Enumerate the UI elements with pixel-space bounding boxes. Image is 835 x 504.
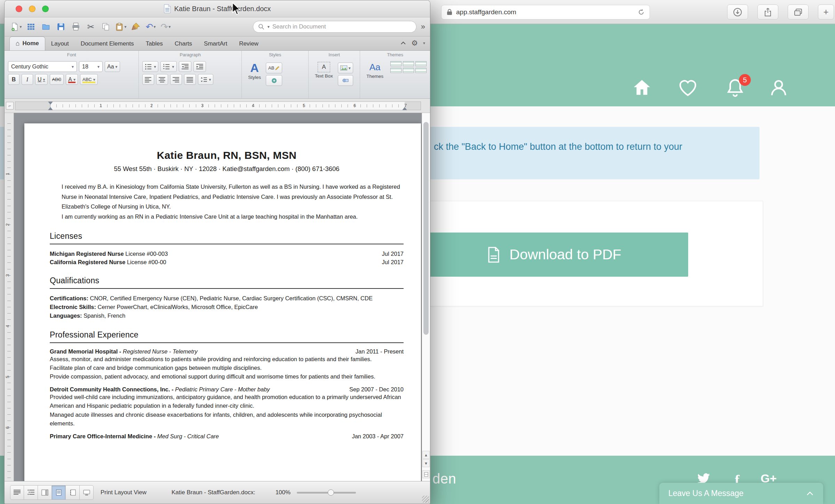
- share-button[interactable]: [757, 5, 778, 19]
- tab-layout[interactable]: Layout: [45, 38, 75, 50]
- font-name-combobox[interactable]: Century Gothic ▾: [8, 61, 77, 72]
- scrollbar-thumb[interactable]: [423, 122, 429, 335]
- theme-thumbnail[interactable]: [403, 61, 414, 66]
- tab-smartart[interactable]: SmartArt: [198, 38, 233, 50]
- zoom-value[interactable]: 100%: [276, 489, 291, 496]
- document-page[interactable]: Katie Braun, RN, BSN, MSN 55 West 55th ·…: [24, 123, 421, 481]
- themes-button-label: Themes: [366, 74, 383, 79]
- text-box-button[interactable]: A Text Box: [312, 61, 336, 79]
- new-tab-button[interactable]: +: [818, 5, 834, 19]
- format-painter-icon[interactable]: [129, 19, 142, 34]
- save-button[interactable]: [54, 19, 67, 34]
- notebook-layout-view-button[interactable]: [66, 485, 80, 500]
- caret-icon: ▾: [154, 64, 156, 69]
- numbered-list-button[interactable]: ▾: [160, 61, 176, 72]
- insert-shape-button[interactable]: [338, 75, 353, 86]
- theme-thumbnail[interactable]: [390, 68, 401, 73]
- search-input[interactable]: [272, 23, 411, 30]
- tab-stop-selector[interactable]: ⌐: [6, 102, 14, 109]
- themes-gallery[interactable]: [390, 61, 427, 73]
- vertical-scrollbar[interactable]: ▲ ▼: [422, 113, 430, 481]
- gear-icon[interactable]: ⚙: [411, 39, 418, 47]
- align-center-button[interactable]: [156, 74, 168, 85]
- redo-button[interactable]: ↷ ▾: [159, 19, 172, 34]
- scroll-up-button[interactable]: ▲: [422, 451, 430, 459]
- themes-button[interactable]: Aa Themes: [364, 61, 386, 80]
- scroll-down-button[interactable]: ▼: [422, 459, 430, 467]
- font-color-button[interactable]: A ▾: [66, 74, 78, 85]
- ruler-number: 3: [5, 274, 10, 277]
- focus-view-button[interactable]: [80, 485, 94, 500]
- new-document-button[interactable]: ▾: [9, 19, 23, 34]
- line-spacing-button[interactable]: ▾: [198, 74, 213, 85]
- profile-person-icon[interactable]: [768, 77, 789, 98]
- highlight-button[interactable]: ABC ▾: [80, 74, 98, 85]
- tab-tables[interactable]: Tables: [140, 38, 169, 50]
- print-layout-view-button[interactable]: [52, 485, 66, 500]
- styles-button-label: Styles: [248, 75, 261, 80]
- close-window-button[interactable]: [16, 6, 22, 12]
- downloads-button[interactable]: [727, 5, 748, 19]
- download-pdf-button[interactable]: Download to PDF: [420, 233, 688, 277]
- print-button[interactable]: [69, 19, 82, 34]
- change-case-button[interactable]: Aa ▾: [105, 61, 120, 72]
- favorites-heart-icon[interactable]: [677, 77, 699, 98]
- toolbar-overflow-icon[interactable]: »: [421, 22, 425, 31]
- align-right-button[interactable]: [170, 74, 182, 85]
- left-indent-marker[interactable]: [48, 107, 53, 110]
- window-resize-grip[interactable]: [422, 496, 429, 503]
- tab-home[interactable]: ⌂ Home: [9, 36, 45, 50]
- zoom-slider[interactable]: [297, 492, 356, 494]
- browse-object-button[interactable]: [422, 470, 430, 478]
- underline-button[interactable]: U ▾: [35, 74, 48, 85]
- copy-icon[interactable]: [99, 19, 112, 34]
- minimize-window-button[interactable]: [29, 6, 35, 12]
- styles-button[interactable]: A Styles: [245, 61, 264, 81]
- draft-view-button[interactable]: [10, 485, 24, 500]
- address-bar[interactable]: app.staffgarden.com: [441, 5, 650, 19]
- section-rule: [50, 342, 404, 343]
- word-titlebar[interactable]: Katie Braun - StaffGarden.docx: [5, 0, 430, 17]
- insert-picture-button[interactable]: ▾: [338, 63, 353, 73]
- manage-styles-button[interactable]: [266, 75, 282, 86]
- vertical-ruler[interactable]: 1 2 3 4 5 6: [5, 113, 14, 481]
- open-button[interactable]: [39, 19, 53, 34]
- document-search-field[interactable]: ▾: [253, 21, 416, 33]
- ribbon-collapse-icon[interactable]: [400, 41, 406, 45]
- status-doc-label[interactable]: Katie Braun - StaffGarden.docx:: [172, 489, 255, 496]
- publishing-layout-view-button[interactable]: [38, 485, 52, 500]
- ab-pencil-button[interactable]: AB: [266, 63, 282, 73]
- zoom-slider-thumb[interactable]: [328, 489, 334, 496]
- horizontal-ruler[interactable]: 1 2 3 4 5 6 7: [15, 101, 421, 110]
- undo-button[interactable]: ↶ ▾: [144, 19, 157, 34]
- home-nav-icon[interactable]: [631, 77, 653, 98]
- tab-charts[interactable]: Charts: [169, 38, 198, 50]
- justify-button[interactable]: [184, 74, 196, 85]
- bold-button[interactable]: B: [8, 74, 19, 85]
- bulleted-list-button[interactable]: ▾: [142, 61, 158, 72]
- tab-review[interactable]: Review: [233, 38, 264, 50]
- tab-document-elements[interactable]: Document Elements: [75, 38, 140, 50]
- increase-indent-button[interactable]: [193, 61, 206, 72]
- elements-gallery-button[interactable]: [24, 19, 38, 34]
- decrease-indent-button[interactable]: [179, 61, 191, 72]
- outline-view-button[interactable]: [24, 485, 38, 500]
- theme-thumbnail[interactable]: [390, 61, 401, 66]
- paste-icon[interactable]: ▾: [114, 19, 127, 34]
- font-size-combobox[interactable]: 18 ▾: [79, 61, 103, 72]
- theme-thumbnail[interactable]: [403, 68, 414, 73]
- align-left-button[interactable]: [142, 74, 154, 85]
- strikethrough-button[interactable]: ABC: [50, 74, 64, 85]
- italic-button[interactable]: I: [22, 74, 33, 85]
- reload-icon[interactable]: [638, 9, 645, 16]
- zoom-window-button[interactable]: [42, 6, 49, 12]
- right-indent-marker[interactable]: [402, 107, 407, 110]
- theme-thumbnail[interactable]: [415, 61, 427, 66]
- job-dates: Jan 2011 - Present: [356, 348, 404, 355]
- chat-widget-button[interactable]: Leave Us A Message: [659, 483, 823, 504]
- job-employer: Detroit Community Health Connections, In…: [50, 386, 174, 392]
- tabs-overview-button[interactable]: [788, 5, 809, 19]
- theme-thumbnail[interactable]: [415, 68, 427, 73]
- first-line-indent-marker[interactable]: [48, 101, 53, 105]
- cut-icon[interactable]: ✂: [84, 19, 97, 34]
